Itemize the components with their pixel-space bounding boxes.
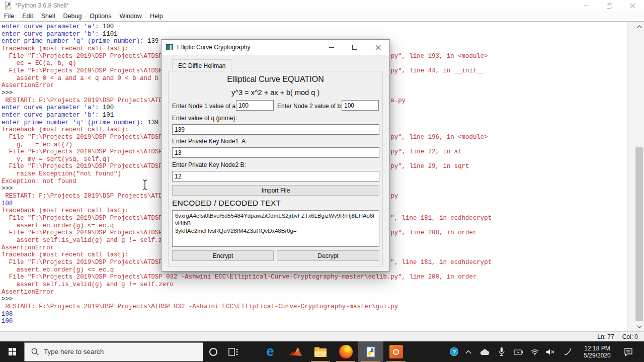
desktop-screen: *Python 3.6.8 Shell* File Edit Shell Deb… [0,0,644,362]
taskbar-idle-python[interactable] [358,341,383,362]
chevron-down-icon [637,325,642,328]
status-col: Col: 0 [622,333,638,340]
private-key-node2-input[interactable] [172,171,379,182]
action-center-icon [624,347,633,356]
tray-wifi[interactable] [527,341,542,362]
tray-show-hidden-icons[interactable] [461,341,476,362]
encrypt-button[interactable]: Encrypt [172,250,274,261]
dialog-close-button[interactable] [366,40,389,55]
search-icon [31,347,39,356]
scroll-down-arrow[interactable] [635,323,643,331]
clock-date: 5/29/2020 [584,352,610,359]
menu-options[interactable]: Options [86,13,115,20]
shell-line: 108 [2,311,627,318]
private-key-node2-label: Enter Private Key Node2 B: [172,161,246,168]
menu-shell[interactable]: Shell [37,13,59,20]
windows-logo-icon [9,348,16,355]
close-icon [375,45,381,50]
task-view-button[interactable] [223,341,244,362]
maximize-icon [352,45,357,50]
encoded-text-area[interactable]: 6vxrgA4eIsi0tBvo/5d55484YdpawZiGdmLS2jrb… [172,210,379,247]
clock-time: 12:18 PM [584,345,610,352]
file-explorer-icon [314,348,327,357]
tray-help-button[interactable]: ? [447,341,461,362]
idle-menubar: File Edit Shell Debug Options Window Hel… [0,11,644,22]
taskbar-screen-recorder[interactable] [383,341,409,362]
microphone-icon [497,347,506,356]
tray-clock[interactable]: 12:18 PM 5/29/2020 [578,341,617,362]
shell-line: AssertionError [2,289,627,296]
speaker-mute-icon [545,348,555,355]
import-file-button[interactable]: Import File [172,185,379,196]
search-input[interactable] [44,348,185,355]
idle-statusbar: Ln: 77 Col: 0 [0,331,644,341]
tray-volume-muted[interactable] [542,341,557,362]
taskbar-matlab[interactable] [283,341,308,362]
minimize-icon [584,6,589,6]
equation-heading: Elliptical Curve EQUATION [162,75,389,84]
start-button[interactable] [0,341,24,362]
shell-line: File "F:\Projects 2019\DSP Projects\ATDS… [2,274,627,281]
node1-a-input[interactable] [236,100,274,111]
cortana-button[interactable] [203,341,223,362]
chevron-up-icon [637,25,642,28]
equation-formula: y^3 = x^2 + ax + b( mod q ) [162,88,389,97]
task-view-icon [228,347,238,356]
dialog-titlebar[interactable]: Elliptic Curve Cryptography [162,40,389,55]
minimize-button[interactable] [575,0,598,11]
private-key-node1-input[interactable] [172,147,379,158]
node2-b-input[interactable] [342,100,379,111]
pen-icon [564,347,572,356]
dialog-maximize-button[interactable] [343,40,366,55]
dialog-app-icon [166,44,173,50]
wifi-icon [530,348,539,355]
action-center-button[interactable] [617,341,640,362]
taskbar-search-box[interactable] [24,342,203,361]
decrypt-button[interactable]: Decrypt [277,250,379,261]
dialog-minimize-button[interactable] [320,40,343,55]
taskbar-file-explorer[interactable] [308,341,333,362]
node2-b-label: Enter Node 2 value of b: [277,103,342,110]
firefox-icon [339,345,353,358]
cortana-icon [209,348,217,356]
tab-ec-diffie-hellman[interactable]: EC Diffie Hellman [172,59,231,71]
taskbar-edge[interactable]: e [258,341,283,362]
svg-text:?: ? [452,349,456,355]
edge-icon: e [266,345,274,358]
restore-icon [607,3,612,8]
help-icon: ? [449,347,459,356]
close-icon [630,3,635,9]
encoded-line-2: 3ykItAe2mcHvsRQuV28IM4Z3aHQvDx48Br0g= [175,227,376,235]
menu-edit[interactable]: Edit [18,13,37,20]
taskbar: e [0,341,644,362]
shell-line: assert self.is_valid(g) and g != self.ze… [2,281,627,289]
node1-a-label: Enter Node 1 value of a: [172,103,237,110]
minimize-icon [329,47,334,48]
shell-line: >>> [2,296,627,303]
tray-microphone[interactable] [493,341,510,362]
scroll-up-arrow[interactable] [635,23,643,31]
menu-file[interactable]: File [0,13,18,20]
q-prime-input[interactable] [172,124,379,135]
idle-app-icon [4,2,12,10]
vertical-scrollbar[interactable] [627,22,644,331]
tray-onedrive[interactable] [476,341,493,362]
window-title: *Python 3.6.8 Shell* [15,2,69,9]
tray-battery[interactable] [510,341,527,362]
screen-recorder-icon [389,345,403,358]
close-button[interactable] [621,0,644,11]
menu-window[interactable]: Window [115,13,145,20]
ecc-dialog-window: Elliptic Curve Cryptography EC Diffie He… [161,39,390,272]
menu-debug[interactable]: Debug [59,13,86,20]
idle-titlebar[interactable]: *Python 3.6.8 Shell* [0,0,644,11]
private-key-node1-label: Enter Private Key Node1 A: [172,138,247,145]
tray-pen-ink[interactable] [557,341,578,362]
taskbar-firefox[interactable] [333,341,358,362]
python-idle-icon [365,346,376,358]
restore-button[interactable] [598,0,621,11]
chevron-up-icon [465,350,471,354]
scrollbar-thumb[interactable] [635,147,643,321]
shell-line: enter curve parameter 'b': 1101 [2,31,627,38]
menu-help[interactable]: Help [146,13,167,20]
system-tray: ? [447,341,640,362]
